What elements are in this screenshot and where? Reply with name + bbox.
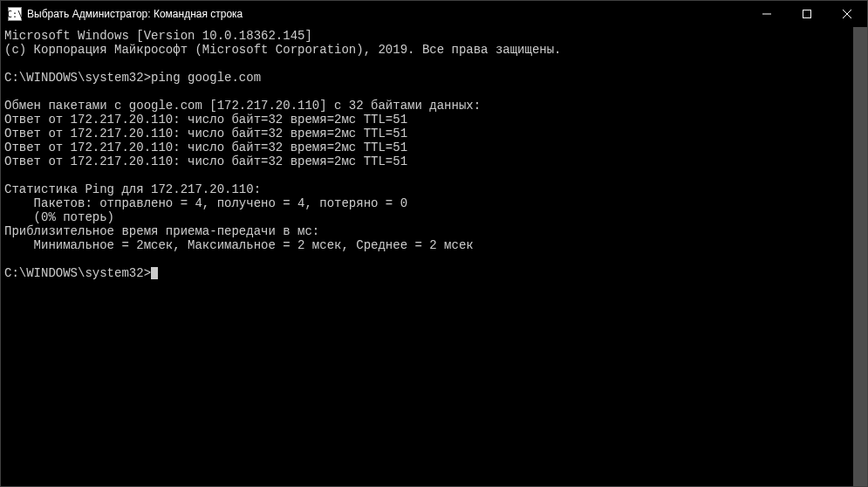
scrollbar[interactable] <box>853 27 867 486</box>
prompt: C:\WINDOWS\system32> <box>4 266 151 280</box>
close-icon <box>843 10 851 18</box>
cursor <box>151 267 158 279</box>
minimize-icon <box>762 10 771 18</box>
svg-rect-1 <box>803 10 811 18</box>
close-button[interactable] <box>827 1 867 27</box>
minimize-button[interactable] <box>747 1 787 27</box>
maximize-button[interactable] <box>787 1 827 27</box>
terminal-area[interactable]: Microsoft Windows [Version 10.0.18362.14… <box>1 27 867 486</box>
window-controls <box>747 1 867 27</box>
scrollbar-thumb[interactable] <box>853 27 867 486</box>
command-prompt-window: C:\ Выбрать Администратор: Командная стр… <box>0 0 868 487</box>
titlebar[interactable]: C:\ Выбрать Администратор: Командная стр… <box>1 1 867 27</box>
cmd-icon: C:\ <box>8 7 22 21</box>
window-title: Выбрать Администратор: Командная строка <box>27 8 747 20</box>
maximize-icon <box>803 10 811 18</box>
terminal-output: Microsoft Windows [Version 10.0.18362.14… <box>4 29 864 280</box>
